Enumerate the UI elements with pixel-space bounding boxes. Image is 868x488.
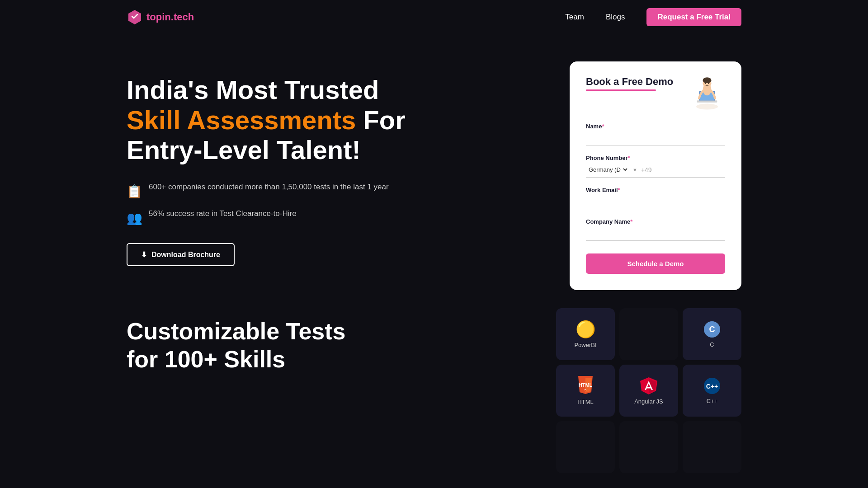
phone-label: Phone Number* [586, 155, 725, 161]
svg-point-0 [696, 104, 718, 110]
form-group-phone: Phone Number* Germany (D ▼ [586, 155, 725, 178]
powerbi-label: PowerBI [574, 342, 596, 348]
hero-stats: 📋 600+ companies conducted more than 1,5… [127, 182, 443, 227]
html-label: HTML [577, 399, 593, 405]
required-star-email: * [618, 187, 620, 193]
skill-card-extra2 [619, 421, 678, 473]
required-star-phone: * [627, 155, 630, 161]
form-header: Book a Free Demo [586, 76, 725, 112]
download-icon: ⬇ [141, 250, 147, 259]
form-group-name: Name* [586, 123, 725, 145]
svg-point-9 [708, 83, 709, 84]
company-input[interactable] [586, 228, 725, 241]
company-label: Company Name* [586, 218, 725, 225]
logo[interactable]: topin.tech [127, 9, 194, 25]
cpp-label: C++ [707, 398, 718, 404]
stat-icon-people: 👥 [127, 209, 142, 227]
country-code-select[interactable]: Germany (D [586, 164, 629, 175]
navbar: topin.tech Team Blogs Request a Free Tri… [0, 0, 868, 34]
nav-blogs[interactable]: Blogs [606, 13, 625, 22]
form-title-underline [586, 89, 656, 91]
nav-free-trial[interactable]: Request a Free Trial [646, 8, 741, 26]
nav-links: Team Blogs Request a Free Trial [565, 8, 741, 26]
svg-text:C++: C++ [706, 383, 718, 390]
skill-cards-grid: 🟡 PowerBI C C HTML 5 HTML [556, 308, 741, 473]
email-input[interactable] [586, 196, 725, 209]
cpp-icon: C++ [703, 377, 721, 395]
svg-point-8 [705, 83, 706, 84]
form-group-company: Company Name* [586, 218, 725, 241]
form-title: Book a Free Demo [586, 76, 673, 88]
demo-form-card: Book a Free Demo [570, 61, 741, 290]
bottom-section: Customizable Tests for 100+ Skills 🟡 Pow… [0, 308, 868, 471]
skill-card-angularjs: Angular JS [619, 365, 678, 417]
skill-card-extra1 [556, 421, 615, 473]
skill-card-html: HTML 5 HTML [556, 365, 615, 417]
phone-number-input[interactable] [641, 164, 725, 175]
download-brochure-button[interactable]: ⬇ Download Brochure [127, 243, 235, 266]
hero-section: India's Most Trusted Skill Assessments F… [0, 34, 868, 308]
svg-text:C: C [709, 325, 715, 334]
logo-icon [127, 9, 143, 25]
email-label: Work Email* [586, 187, 725, 193]
html-icon: HTML 5 [576, 376, 594, 396]
stat-icon-clipboard: 📋 [127, 183, 142, 200]
skill-card-cpp: C++ C++ [683, 365, 741, 417]
stat-text-success: 56% success rate in Test Clearance-to-Hi… [149, 208, 297, 219]
svg-rect-4 [697, 100, 717, 101]
schedule-demo-button[interactable]: Schedule a Demo [586, 253, 725, 274]
stat-companies: 📋 600+ companies conducted more than 1,5… [127, 182, 443, 200]
name-input[interactable] [586, 132, 725, 145]
c-lang-icon: C [703, 320, 721, 338]
svg-text:5: 5 [585, 388, 587, 392]
skill-card-dark1 [619, 308, 678, 360]
form-group-email: Work Email* [586, 187, 725, 209]
powerbi-icon: 🟡 [576, 320, 596, 339]
svg-text:HTML: HTML [579, 382, 593, 388]
form-illustration [689, 76, 725, 112]
required-star-company: * [630, 218, 632, 225]
skill-card-extra3 [683, 421, 741, 473]
hero-title: India's Most Trusted Skill Assessments F… [127, 75, 443, 165]
angularjs-label: Angular JS [634, 398, 663, 405]
hero-content: India's Most Trusted Skill Assessments F… [127, 61, 443, 266]
angular-icon [639, 376, 658, 395]
svg-point-7 [703, 77, 711, 83]
svg-rect-19 [646, 387, 651, 389]
skill-card-powerbi: 🟡 PowerBI [556, 308, 615, 360]
name-label: Name* [586, 123, 725, 130]
logo-text: topin.tech [146, 11, 194, 23]
skill-card-c: C C [683, 308, 741, 360]
stat-text-companies: 600+ companies conducted more than 1,50,… [149, 182, 389, 192]
customizable-tests-heading: Customizable Tests for 100+ Skills [127, 317, 353, 374]
c-label: C [710, 341, 714, 348]
phone-row: Germany (D ▼ [586, 164, 725, 178]
nav-team[interactable]: Team [565, 13, 584, 22]
chevron-down-icon: ▼ [632, 167, 637, 173]
stat-success: 👥 56% success rate in Test Clearance-to-… [127, 208, 443, 227]
required-star: * [602, 123, 604, 130]
download-label: Download Brochure [151, 251, 220, 259]
